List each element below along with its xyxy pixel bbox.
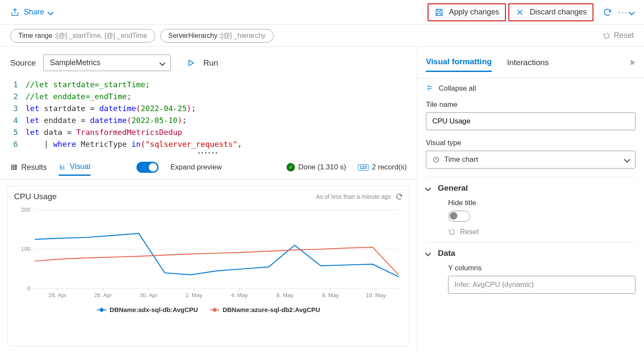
refresh-button[interactable] <box>600 5 615 20</box>
result-tabstrip: Results Visual Expand preview ✓ Done (1.… <box>0 155 417 180</box>
more-menu-button[interactable]: ··· <box>618 7 634 17</box>
right-pane: Visual formatting Interactions Collapse … <box>417 47 644 352</box>
pill-value: [@] _hierarchy <box>221 32 265 40</box>
check-icon: ✓ <box>287 163 295 172</box>
share-label: Share <box>24 8 44 17</box>
pill-key: Time range : <box>18 32 56 40</box>
right-tabs: Visual formatting Interactions <box>417 47 644 78</box>
section-data[interactable]: Data <box>426 242 635 264</box>
chart-title: CPU Usage <box>14 192 57 201</box>
reset-label: Reset <box>614 31 634 40</box>
discard-changes-label: Discard changes <box>530 8 587 17</box>
apply-changes-label: Apply changes <box>449 8 499 17</box>
discard-changes-button[interactable]: Discard changes <box>508 3 593 21</box>
legend-label: DBName:adx-sql-db:AvgCPU <box>110 306 198 313</box>
tab-interactions[interactable]: Interactions <box>507 54 549 72</box>
svg-text:8. May: 8. May <box>322 292 339 298</box>
filter-pill-timerange[interactable]: Time range : [@] _startTime, [@] _endTim… <box>10 29 155 43</box>
undo-icon <box>603 32 610 40</box>
hide-title-label: Hide title <box>448 199 635 207</box>
chart-card: CPU Usage As of less than a minute ago 0… <box>8 186 409 346</box>
chevron-down-icon <box>629 9 635 15</box>
tab-results[interactable]: Results <box>10 160 47 175</box>
expand-icon[interactable] <box>628 59 635 66</box>
source-value: SampleMetrics <box>50 58 100 67</box>
expand-preview-toggle[interactable] <box>136 162 159 173</box>
legend-item-1[interactable]: DBName:adx-sql-db:AvgCPU <box>97 306 198 313</box>
collapse-all-label: Collapse all <box>439 84 476 93</box>
chart-legend: DBName:adx-sql-db:AvgCPU DBName:azure-sq… <box>14 306 403 313</box>
run-button[interactable]: Run <box>186 58 218 68</box>
record-count-text: 2 record(s) <box>372 163 407 172</box>
tab-visual-formatting[interactable]: Visual formatting <box>426 53 492 72</box>
work-area: Source SampleMetrics Run 1//let startdat… <box>0 47 644 352</box>
hide-title-toggle[interactable] <box>448 211 470 222</box>
play-icon <box>186 58 196 68</box>
close-icon <box>515 8 525 17</box>
legend-marker-icon <box>210 309 219 310</box>
query-status: ✓ Done (1.310 s) <box>287 163 346 172</box>
chevron-down-icon <box>48 9 54 15</box>
refresh-icon <box>603 8 612 17</box>
visual-type-label: Visual type <box>426 139 635 147</box>
pill-key: ServerHierarchy : <box>168 32 221 40</box>
undo-icon <box>448 228 456 236</box>
source-label: Source <box>10 58 36 68</box>
svg-text:2. May: 2. May <box>186 292 203 298</box>
collapse-all-button[interactable]: Collapse all <box>426 84 635 93</box>
legend-marker-icon <box>97 309 106 310</box>
tab-visual[interactable]: Visual <box>59 159 91 176</box>
svg-text:200: 200 <box>21 206 31 213</box>
share-button[interactable]: Share <box>10 8 53 17</box>
chevron-down-icon <box>159 60 165 66</box>
ycolumns-label: Y columns <box>448 264 635 272</box>
query-editor[interactable]: 1//let startdate=_startTime;2//let endda… <box>0 79 417 150</box>
section-general[interactable]: General <box>426 177 635 199</box>
source-row: Source SampleMetrics Run <box>0 47 417 79</box>
reset-mini-label: Reset <box>460 228 479 236</box>
tile-name-label: Tile name <box>426 100 635 109</box>
record-count: 123 2 record(s) <box>358 163 407 172</box>
table-icon <box>10 163 18 171</box>
reset-section-button[interactable]: Reset <box>448 228 635 236</box>
svg-text:30. Apr: 30. Apr <box>139 292 157 298</box>
expand-preview-label: Expand preview <box>170 163 222 172</box>
svg-rect-1 <box>11 165 17 170</box>
run-label: Run <box>203 58 218 68</box>
legend-item-2[interactable]: DBName:azure-sql-db2:AvgCPU <box>210 306 320 313</box>
left-pane: Source SampleMetrics Run 1//let startdat… <box>0 47 417 352</box>
svg-text:10. May: 10. May <box>366 292 386 298</box>
tab-visual-label: Visual <box>70 162 91 171</box>
refresh-icon[interactable] <box>395 193 403 200</box>
resize-handle[interactable]: •••••• <box>0 150 417 155</box>
section-data-label: Data <box>438 249 455 258</box>
clock-icon <box>432 156 440 163</box>
tile-name-input[interactable] <box>426 112 635 130</box>
filter-pill-serverhierarchy[interactable]: ServerHierarchy : [@] _hierarchy <box>160 29 274 43</box>
pill-value: [@] _startTime, [@] _endTime <box>56 32 147 40</box>
reset-filters-button[interactable]: Reset <box>603 31 634 40</box>
chevron-down-icon <box>425 250 431 256</box>
chevron-down-icon <box>425 185 431 191</box>
chevron-down-icon <box>624 157 630 163</box>
top-bar: Share Apply changes Discard changes ··· <box>0 0 644 25</box>
section-general-label: General <box>438 183 468 193</box>
share-icon <box>10 8 20 17</box>
ellipsis-icon: ··· <box>618 7 628 17</box>
source-select[interactable]: SampleMetrics <box>43 54 171 71</box>
chart-plot: 010020026. Apr28. Apr30. Apr2. May4. May… <box>14 206 403 303</box>
collapse-icon <box>426 85 434 92</box>
apply-changes-button[interactable]: Apply changes <box>428 3 506 21</box>
visual-type-value: Time chart <box>444 155 621 164</box>
visual-type-select[interactable]: Time chart <box>426 151 635 169</box>
ycolumns-select[interactable]: Infer: AvgCPU (dynamic) <box>448 276 635 294</box>
filter-bar: Time range : [@] _startTime, [@] _endTim… <box>0 25 644 47</box>
right-scroll[interactable]: Collapse all Tile name Visual type Time … <box>417 78 644 352</box>
svg-text:100: 100 <box>21 246 31 252</box>
chart-asof: As of less than a minute ago <box>316 193 391 200</box>
svg-text:0: 0 <box>27 285 30 292</box>
records-icon: 123 <box>358 164 369 171</box>
save-icon <box>434 8 444 17</box>
svg-text:6. May: 6. May <box>277 292 294 298</box>
svg-text:4. May: 4. May <box>231 292 248 298</box>
